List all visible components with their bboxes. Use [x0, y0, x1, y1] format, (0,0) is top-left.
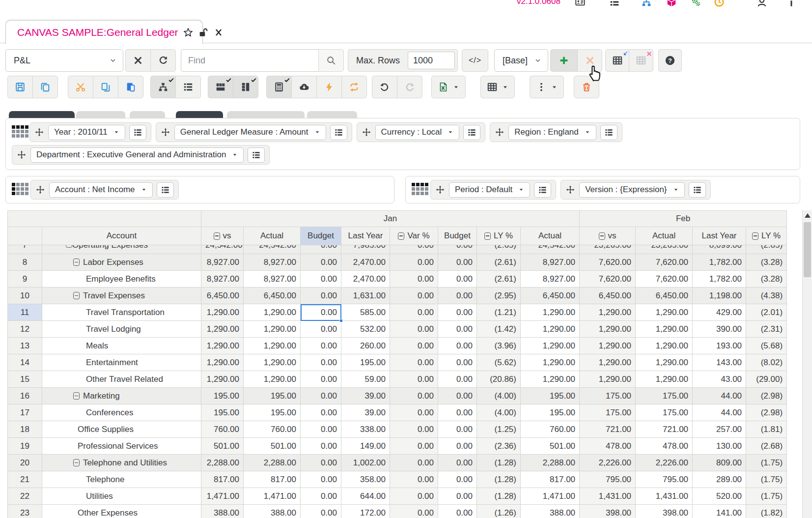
- fill-handle[interactable]: [339, 319, 343, 322]
- value-cell[interactable]: 24,542.00: [201, 245, 244, 254]
- value-cell[interactable]: (4.00): [477, 404, 521, 421]
- value-cell[interactable]: 7,985.00: [341, 245, 390, 254]
- move-icon[interactable]: [565, 185, 575, 195]
- member-list-button[interactable]: [600, 125, 617, 140]
- value-cell[interactable]: 0.00: [438, 488, 477, 505]
- row-number-cell[interactable]: 11: [8, 304, 42, 321]
- collapse-icon[interactable]: [484, 232, 491, 240]
- row-number-cell[interactable]: 16: [8, 388, 42, 404]
- collapse-icon[interactable]: [599, 232, 605, 240]
- value-cell[interactable]: 0.00: [301, 338, 341, 354]
- value-cell[interactable]: 0.00: [390, 371, 438, 388]
- menu-list-icon[interactable]: [609, 0, 620, 7]
- value-cell[interactable]: 0.00: [438, 371, 477, 388]
- value-cell[interactable]: 8,099.00: [693, 245, 746, 254]
- excel-export-button[interactable]: [431, 76, 466, 98]
- value-cell[interactable]: 1,290.00: [244, 321, 301, 338]
- value-cell[interactable]: (2.68): [746, 438, 787, 455]
- value-cell[interactable]: 0.00: [390, 304, 438, 321]
- sheet-tab[interactable]: [176, 111, 223, 118]
- value-cell[interactable]: 501.00: [244, 438, 301, 455]
- month-group-header[interactable]: Feb: [580, 211, 787, 227]
- sheet-tab[interactable]: [307, 111, 357, 118]
- column-header[interactable]: Budget: [438, 227, 477, 245]
- collapse-icon[interactable]: [214, 232, 220, 240]
- account-cell[interactable]: Marketing: [42, 388, 201, 404]
- value-cell[interactable]: 0.00: [301, 438, 341, 455]
- value-cell[interactable]: 1,290.00: [201, 338, 244, 354]
- value-cell[interactable]: 2,470.00: [341, 254, 390, 271]
- value-cell[interactable]: 1,471.00: [521, 488, 580, 505]
- column-header[interactable]: Actual: [521, 227, 580, 245]
- row-number-cell[interactable]: 9: [8, 271, 42, 288]
- close-tab-icon[interactable]: [213, 27, 224, 38]
- value-cell[interactable]: 0.00: [438, 288, 477, 304]
- value-cell[interactable]: 0.00: [301, 304, 341, 321]
- value-cell[interactable]: 644.00: [341, 488, 390, 505]
- move-icon[interactable]: [495, 127, 504, 137]
- value-cell[interactable]: 0.00: [301, 254, 341, 271]
- value-cell[interactable]: 0.00: [301, 245, 341, 254]
- value-cell[interactable]: 0.00: [301, 371, 341, 388]
- value-cell[interactable]: 193.00: [693, 338, 746, 354]
- value-cell[interactable]: 1,290.00: [636, 354, 693, 371]
- value-cell[interactable]: 1,290.00: [636, 338, 693, 354]
- grid-close-button[interactable]: [629, 49, 653, 72]
- value-cell[interactable]: (4.38): [746, 288, 787, 304]
- value-cell[interactable]: 520.00: [693, 488, 746, 505]
- collapse-icon[interactable]: [73, 459, 80, 466]
- value-cell[interactable]: 388.00: [201, 505, 244, 518]
- value-cell[interactable]: 143.00: [693, 354, 746, 371]
- value-cell[interactable]: 809.00: [693, 455, 746, 471]
- value-cell[interactable]: (2.01): [746, 304, 787, 321]
- value-cell[interactable]: (1.75): [746, 488, 787, 505]
- value-cell[interactable]: 760.00: [201, 421, 244, 438]
- value-cell[interactable]: 23,265.00: [636, 245, 693, 254]
- value-cell[interactable]: 1,290.00: [201, 371, 244, 388]
- value-cell[interactable]: 7,620.00: [636, 254, 693, 271]
- help-button[interactable]: ?: [658, 49, 682, 72]
- value-cell[interactable]: 0.00: [301, 271, 341, 288]
- account-column-header[interactable]: Account: [42, 227, 201, 245]
- value-cell[interactable]: 44.00: [693, 404, 746, 421]
- scroll-up-button[interactable]: [803, 210, 812, 220]
- value-cell[interactable]: 429.00: [693, 304, 746, 321]
- value-cell[interactable]: 0.00: [438, 354, 477, 371]
- sheet-tab[interactable]: [227, 111, 305, 118]
- axis-version-dropdown[interactable]: Version : {Expression}: [579, 182, 684, 198]
- value-cell[interactable]: 721.00: [580, 421, 636, 438]
- value-cell[interactable]: 0.00: [390, 254, 438, 271]
- gears-icon[interactable]: [691, 0, 701, 7]
- vertical-scrollbar[interactable]: [802, 210, 812, 518]
- value-cell[interactable]: 1,290.00: [244, 371, 301, 388]
- row-number-cell[interactable]: 12: [8, 321, 42, 338]
- rebuild-button[interactable]: [341, 76, 367, 98]
- value-cell[interactable]: 0.00: [390, 471, 438, 488]
- value-cell[interactable]: 0.00: [438, 254, 477, 271]
- value-cell[interactable]: 0.00: [438, 404, 477, 421]
- value-cell[interactable]: 478.00: [636, 438, 693, 455]
- tree-view-button[interactable]: [150, 76, 176, 98]
- value-cell[interactable]: 501.00: [201, 438, 244, 455]
- value-cell[interactable]: 1,290.00: [580, 354, 636, 371]
- value-cell[interactable]: 760.00: [521, 421, 580, 438]
- value-cell[interactable]: 0.00: [390, 455, 438, 471]
- value-cell[interactable]: 0.00: [390, 505, 438, 518]
- column-header[interactable]: Last Year: [693, 227, 746, 245]
- copy-button[interactable]: [32, 76, 58, 98]
- row-number-cell[interactable]: 20: [8, 455, 42, 471]
- value-cell[interactable]: 24,542.00: [521, 245, 580, 254]
- collapse-icon[interactable]: [66, 245, 72, 248]
- pov-department-dropdown[interactable]: Department : Executive General and Admin…: [30, 147, 244, 163]
- row-number-cell[interactable]: 13: [8, 338, 42, 354]
- value-cell[interactable]: 195.00: [201, 404, 244, 421]
- collapse-icon[interactable]: [73, 292, 80, 299]
- list-view-button[interactable]: [175, 76, 201, 98]
- value-cell[interactable]: 195.00: [341, 354, 390, 371]
- value-cell[interactable]: 390.00: [693, 321, 746, 338]
- max-rows-input[interactable]: [408, 52, 455, 69]
- move-icon[interactable]: [161, 127, 170, 137]
- account-cell[interactable]: Travel Expenses: [42, 288, 201, 304]
- value-cell[interactable]: 1,431.00: [580, 488, 636, 505]
- value-cell[interactable]: 59.00: [341, 371, 390, 388]
